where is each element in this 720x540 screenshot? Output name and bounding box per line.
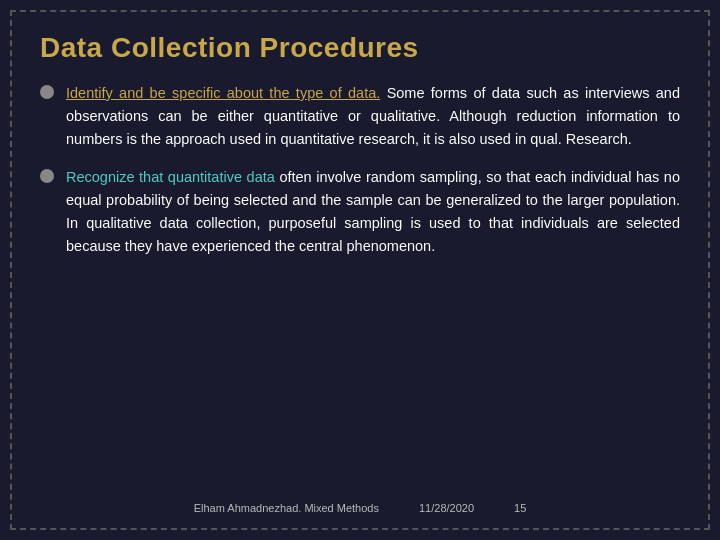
slide-title: Data Collection Procedures [40, 32, 680, 64]
bullet1-highlighted-text: Identify and be specific about the type … [66, 85, 380, 101]
bullet-dot-2 [40, 169, 54, 183]
bullet-item-2: Recognize that quantitative data often i… [40, 166, 680, 259]
content-area: Identify and be specific about the type … [40, 82, 680, 492]
bullet-dot-1 [40, 85, 54, 99]
bullet2-highlighted-text: Recognize that quantitative data [66, 169, 275, 185]
footer-page: 15 [514, 502, 526, 514]
bullet-text-2: Recognize that quantitative data often i… [66, 166, 680, 259]
bullet-text-1: Identify and be specific about the type … [66, 82, 680, 152]
footer-author: Elham Ahmadnezhad. Mixed Methods [194, 502, 379, 514]
bullet-item-1: Identify and be specific about the type … [40, 82, 680, 152]
slide-container: Data Collection Procedures Identify and … [10, 10, 710, 530]
slide-footer: Elham Ahmadnezhad. Mixed Methods 11/28/2… [40, 492, 680, 514]
footer-date: 11/28/2020 [419, 502, 474, 514]
